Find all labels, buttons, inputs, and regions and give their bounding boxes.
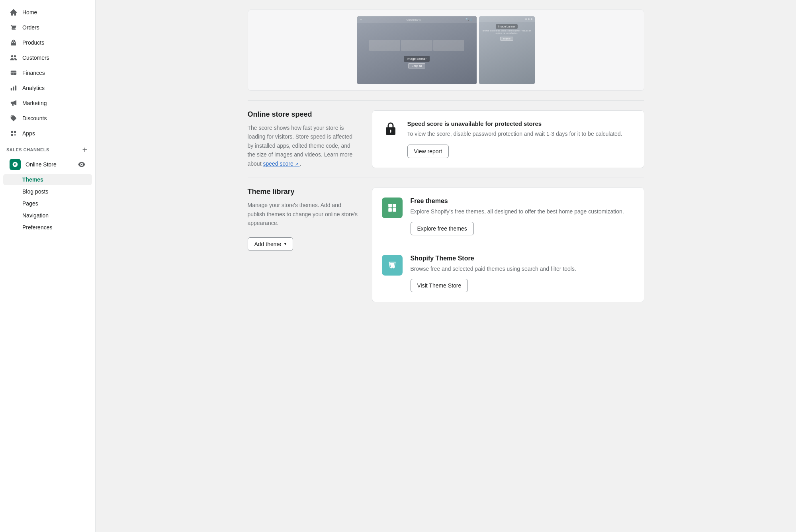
theme-store-icon <box>382 255 403 276</box>
sidebar-item-analytics[interactable]: Analytics <box>3 81 92 95</box>
theme-store-content: Shopify Theme Store Browse free and sele… <box>411 255 634 292</box>
sidebar-subitem-themes[interactable]: Themes <box>3 174 92 185</box>
add-sales-channel-icon[interactable] <box>81 146 89 154</box>
theme-library-left: Theme library Manage your store's themes… <box>248 188 359 302</box>
chevron-down-icon: ▾ <box>284 242 286 246</box>
main-content: ≡ runforlife247 🔍 🛒 Image banner <box>96 0 796 532</box>
discounts-icon <box>10 114 18 122</box>
free-themes-option: Free themes Explore Shopify's free theme… <box>372 188 644 245</box>
home-icon <box>10 8 18 16</box>
sidebar-label-discounts: Discounts <box>22 115 47 121</box>
theme-preview-card: ≡ runforlife247 🔍 🛒 Image banner <box>248 10 644 91</box>
apps-icon <box>10 129 18 137</box>
preview-label-large: Image banner <box>404 56 430 62</box>
svg-rect-0 <box>388 204 392 208</box>
analytics-icon <box>10 84 18 92</box>
svg-rect-2 <box>388 208 392 212</box>
theme-library-section: Theme library Manage your store's themes… <box>248 188 644 302</box>
theme-store-description: Browse free and selected paid themes usi… <box>411 264 634 273</box>
sidebar: Home Orders Products Customers Finances … <box>0 0 96 532</box>
theme-library-description: Manage your store's themes. Add and publ… <box>248 201 359 227</box>
sidebar-subitem-pages[interactable]: Pages <box>3 198 92 209</box>
theme-preview-images: ≡ runforlife247 🔍 🛒 Image banner <box>248 10 644 90</box>
free-themes-description: Explore Shopify's free themes, all desig… <box>411 207 634 216</box>
view-report-button[interactable]: View report <box>407 145 449 158</box>
speed-card-content: Speed score is unavailable for protected… <box>407 120 634 158</box>
online-store-text: Online Store <box>25 161 57 168</box>
speed-section-right: Speed score is unavailable for protected… <box>372 110 644 168</box>
sidebar-item-online-store[interactable]: Online Store <box>3 156 92 173</box>
speed-section: Online store speed The score shows how f… <box>248 110 644 168</box>
theme-preview-small: Image banner Browse a collection. Select… <box>479 16 535 84</box>
theme-store-option: Shopify Theme Store Browse free and sele… <box>372 245 644 302</box>
sidebar-subitem-blog-posts[interactable]: Blog posts <box>3 186 92 197</box>
speed-info-card: Speed score is unavailable for protected… <box>372 110 644 168</box>
free-themes-icon <box>382 198 403 218</box>
sidebar-label-customers: Customers <box>22 55 49 61</box>
theme-library-right: Free themes Explore Shopify's free theme… <box>372 188 644 302</box>
sidebar-item-discounts[interactable]: Discounts <box>3 111 92 125</box>
explore-free-themes-button[interactable]: Explore free themes <box>411 222 474 235</box>
sidebar-label-analytics: Analytics <box>22 85 45 91</box>
sidebar-label-finances: Finances <box>22 70 45 76</box>
online-store-label-group: Online Store <box>10 159 57 170</box>
divider-2 <box>248 178 644 178</box>
customers-icon <box>10 54 18 62</box>
svg-rect-3 <box>393 208 396 212</box>
speed-section-left: Online store speed The score shows how f… <box>248 110 359 168</box>
eye-icon[interactable] <box>78 160 86 168</box>
finances-icon <box>10 69 18 77</box>
sidebar-label-orders: Orders <box>22 24 39 31</box>
preview-label-small: Image banner <box>496 24 518 29</box>
orders-icon <box>10 23 18 31</box>
online-store-icon <box>10 159 21 170</box>
free-themes-title: Free themes <box>411 198 634 205</box>
sidebar-subitem-preferences[interactable]: Preferences <box>3 222 92 233</box>
sidebar-item-marketing[interactable]: Marketing <box>3 96 92 110</box>
marketing-icon <box>10 99 18 107</box>
theme-library-title: Theme library <box>248 188 359 196</box>
sidebar-item-apps[interactable]: Apps <box>3 126 92 141</box>
speed-section-title: Online store speed <box>248 110 359 119</box>
speed-card-title: Speed score is unavailable for protected… <box>407 120 634 127</box>
visit-theme-store-button[interactable]: Visit Theme Store <box>411 279 468 292</box>
theme-preview-large: ≡ runforlife247 🔍 🛒 Image banner <box>357 16 477 84</box>
sidebar-subitem-navigation[interactable]: Navigation <box>3 210 92 221</box>
theme-options-card: Free themes Explore Shopify's free theme… <box>372 188 644 302</box>
sidebar-label-home: Home <box>22 9 37 16</box>
sidebar-label-apps: Apps <box>22 130 35 137</box>
lock-icon <box>382 120 399 138</box>
divider-1 <box>248 100 644 101</box>
sidebar-item-customers[interactable]: Customers <box>3 51 92 65</box>
sidebar-item-products[interactable]: Products <box>3 35 92 50</box>
add-theme-button[interactable]: Add theme ▾ <box>248 237 293 251</box>
sales-channels-heading: SALES CHANNELS <box>0 141 95 155</box>
free-themes-content: Free themes Explore Shopify's free theme… <box>411 198 634 235</box>
speed-section-description: The score shows how fast your store is l… <box>248 123 359 168</box>
theme-store-title: Shopify Theme Store <box>411 255 634 262</box>
sidebar-label-marketing: Marketing <box>22 100 47 106</box>
sidebar-item-orders[interactable]: Orders <box>3 20 92 35</box>
sidebar-item-home[interactable]: Home <box>3 5 92 20</box>
svg-rect-1 <box>393 204 396 208</box>
sidebar-item-finances[interactable]: Finances <box>3 66 92 80</box>
speed-card-description: To view the score, disable password prot… <box>407 129 634 138</box>
sidebar-label-products: Products <box>22 39 44 46</box>
products-icon <box>10 39 18 47</box>
speed-score-link[interactable]: speed score ↗ <box>263 160 299 167</box>
external-link-icon: ↗ <box>295 162 298 166</box>
